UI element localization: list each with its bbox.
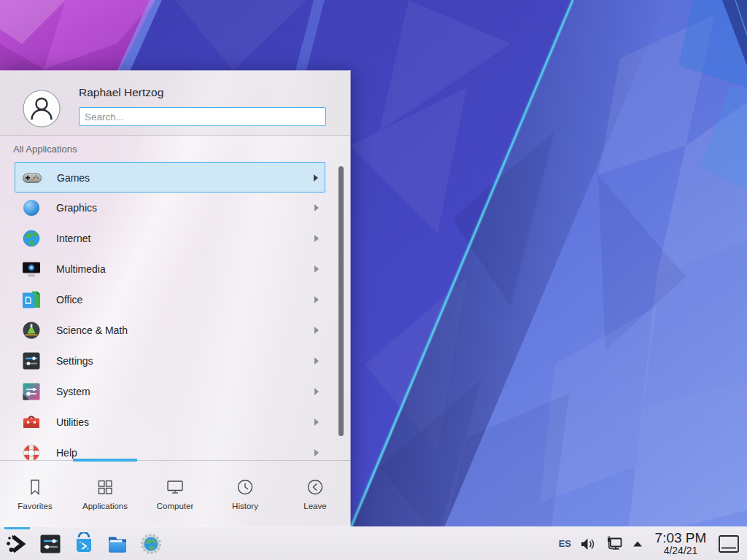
monitor-play-icon [21, 259, 42, 279]
taskbar-app-icons [5, 527, 163, 560]
category-row-office[interactable]: Office [15, 284, 325, 315]
system-tray: ES 7:03 PM 4/24/21 [559, 527, 747, 560]
flask-icon [21, 320, 42, 341]
category-label: Settings [56, 346, 93, 376]
clock-date: 4/24/21 [651, 545, 710, 556]
category-row-multimedia[interactable]: Multimedia [15, 254, 325, 284]
expand-tray-icon[interactable] [632, 539, 643, 549]
category-row-system[interactable]: System [15, 376, 325, 407]
digital-clock[interactable]: 7:03 PM 4/24/21 [651, 531, 710, 556]
category-row-settings[interactable]: Settings [15, 346, 325, 376]
category-label: System [56, 376, 90, 407]
submenu-arrow-icon [314, 204, 319, 211]
network-icon[interactable] [605, 534, 624, 553]
submenu-arrow-icon [314, 419, 319, 426]
tab-history[interactable]: History [210, 461, 280, 526]
submenu-arrow-icon [314, 449, 319, 456]
system-settings-button[interactable] [39, 532, 62, 556]
category-label: Utilities [56, 407, 89, 438]
category-list: Games Graphics [15, 162, 325, 460]
tab-label: Computer [157, 502, 194, 510]
category-label: Office [56, 284, 82, 315]
submenu-arrow-icon [314, 235, 319, 242]
category-label: Multimedia [56, 254, 106, 284]
category-row-internet[interactable]: Internet [15, 223, 325, 254]
user-avatar-icon [23, 90, 61, 128]
tab-favorites[interactable]: Favorites [0, 461, 70, 526]
list-scrollbar[interactable] [338, 166, 344, 436]
submenu-arrow-icon [314, 357, 319, 365]
clock-time: 7:03 PM [651, 531, 710, 545]
category-row-help[interactable]: Help [15, 438, 325, 460]
submenu-arrow-icon [314, 265, 319, 273]
tab-label: Favorites [18, 502, 52, 510]
tab-computer[interactable]: Computer [140, 461, 210, 526]
category-label: Help [56, 438, 77, 460]
keyboard-layout-indicator[interactable]: ES [559, 538, 571, 549]
globe-icon [21, 228, 42, 249]
category-row-utilities[interactable]: Utilities [15, 407, 325, 438]
desktop: Raphael Hertzog All Applications Games [0, 0, 747, 560]
sphere-icon [21, 198, 42, 218]
category-row-science-math[interactable]: Science & Math [15, 315, 325, 346]
section-label: All Applications [13, 144, 77, 155]
show-desktop-button[interactable] [718, 534, 740, 553]
submenu-arrow-icon [314, 296, 319, 303]
tab-leave[interactable]: Leave [280, 461, 350, 526]
category-label: Science & Math [56, 315, 128, 346]
category-row-graphics[interactable]: Graphics [15, 192, 325, 223]
user-name: Raphael Hertzog [79, 86, 163, 99]
submenu-arrow-icon [314, 327, 319, 334]
category-row-games[interactable]: Games [15, 162, 325, 192]
clock-icon [236, 478, 255, 497]
bookmark-icon [26, 478, 44, 497]
category-label: Games [57, 163, 90, 193]
launcher-header: Raphael Hertzog [0, 71, 350, 136]
monitor-icon [166, 478, 185, 497]
discover-button[interactable] [72, 532, 96, 556]
category-label: Internet [56, 223, 90, 254]
tab-applications[interactable]: Applications [70, 461, 140, 526]
application-launcher-button[interactable] [5, 532, 28, 556]
logout-icon [306, 478, 325, 497]
toolbox-icon [21, 412, 42, 432]
tab-label: Applications [82, 502, 128, 510]
sliders-icon [21, 351, 42, 371]
app-grid-icon [96, 478, 115, 497]
gamepad-icon [22, 168, 42, 188]
tab-label: Leave [303, 502, 326, 510]
launcher-tab-bar: Favorites Applications Computer [0, 461, 350, 526]
submenu-arrow-icon [314, 174, 318, 182]
documents-icon [21, 289, 42, 310]
taskbar-panel: ES 7:03 PM 4/24/21 [0, 526, 747, 560]
system-sliders-icon [21, 381, 42, 402]
search-input[interactable] [79, 107, 326, 126]
volume-icon[interactable] [579, 535, 597, 553]
category-label: Graphics [56, 192, 97, 223]
lifebuoy-icon [21, 443, 42, 460]
file-manager-button[interactable] [106, 532, 129, 556]
application-launcher-popup: Raphael Hertzog All Applications Games [0, 71, 350, 526]
web-browser-button[interactable] [139, 532, 163, 556]
submenu-arrow-icon [314, 388, 319, 395]
tab-label: History [232, 502, 258, 510]
